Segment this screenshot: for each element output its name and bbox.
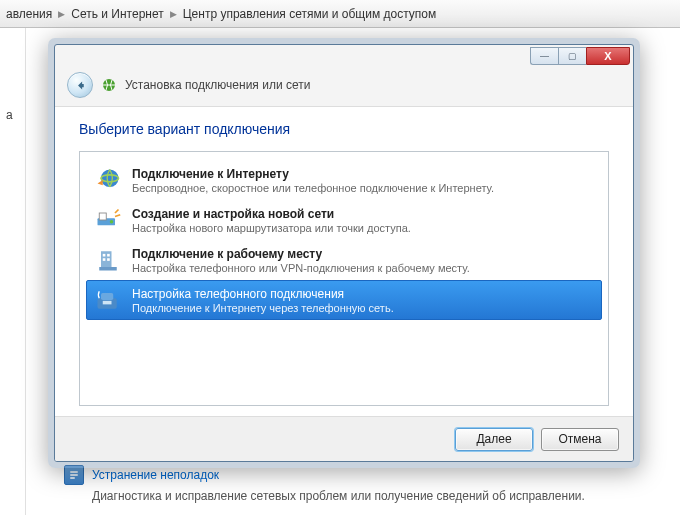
dialog-window: — ▢ X Установка подключения или сети Выб… xyxy=(48,38,640,468)
svg-rect-11 xyxy=(99,267,117,271)
phone-modem-icon xyxy=(94,286,122,314)
troubleshoot-link[interactable]: Устранение неполадок xyxy=(92,468,219,482)
svg-rect-4 xyxy=(99,213,106,220)
dialog-title: Установка подключения или сети xyxy=(125,78,310,92)
svg-point-5 xyxy=(110,220,114,224)
window-titlebar[interactable]: — ▢ X xyxy=(55,45,633,70)
svg-rect-9 xyxy=(103,258,106,261)
breadcrumb-item[interactable]: Центр управления сетями и общим доступом xyxy=(183,7,437,21)
close-button[interactable]: X xyxy=(586,47,630,65)
option-description: Беспроводное, скоростное или телефонное … xyxy=(132,182,594,194)
building-icon xyxy=(94,246,122,274)
svg-rect-14 xyxy=(103,301,112,305)
sidebar-fragment: а xyxy=(0,28,26,515)
option-title: Настройка телефонного подключения xyxy=(132,287,594,301)
option-description: Подключение к Интернету через телефонную… xyxy=(132,302,594,314)
back-button[interactable] xyxy=(67,72,93,98)
option-workplace[interactable]: Подключение к рабочему месту Настройка т… xyxy=(86,240,602,280)
breadcrumb[interactable]: авления ▶ Сеть и Интернет ▶ Центр управл… xyxy=(0,0,680,28)
chevron-right-icon: ▶ xyxy=(58,9,65,19)
next-button[interactable]: Далее xyxy=(455,428,533,451)
option-title: Создание и настройка новой сети xyxy=(132,207,594,221)
option-description: Настройка нового маршрутизатора или точк… xyxy=(132,222,594,234)
svg-rect-8 xyxy=(107,254,110,257)
diagnostics-icon xyxy=(64,465,84,485)
cancel-button[interactable]: Отмена xyxy=(541,428,619,451)
maximize-button[interactable]: ▢ xyxy=(558,47,586,65)
troubleshoot-description: Диагностика и исправление сетевых пробле… xyxy=(92,489,670,503)
option-title: Подключение к рабочему месту xyxy=(132,247,594,261)
chevron-right-icon: ▶ xyxy=(170,9,177,19)
svg-rect-10 xyxy=(107,258,110,261)
router-icon xyxy=(94,206,122,234)
globe-icon xyxy=(94,166,122,194)
minimize-button[interactable]: — xyxy=(530,47,558,65)
option-description: Настройка телефонного или VPN-подключени… xyxy=(132,262,594,274)
page-heading: Выберите вариант подключения xyxy=(79,121,609,137)
svg-rect-6 xyxy=(101,251,112,269)
sidebar-text-fragment: а xyxy=(0,28,25,202)
breadcrumb-item[interactable]: авления xyxy=(6,7,52,21)
option-new-network[interactable]: Создание и настройка новой сети Настройк… xyxy=(86,200,602,240)
dialog-footer: Далее Отмена xyxy=(55,417,633,461)
svg-point-1 xyxy=(101,170,119,188)
connection-options-list: Подключение к Интернету Беспроводное, ск… xyxy=(79,151,609,406)
option-internet[interactable]: Подключение к Интернету Беспроводное, ск… xyxy=(86,160,602,200)
option-title: Подключение к Интернету xyxy=(132,167,594,181)
network-wizard-icon xyxy=(101,77,117,93)
option-dialup[interactable]: Настройка телефонного подключения Подклю… xyxy=(86,280,602,320)
svg-rect-13 xyxy=(101,293,113,300)
breadcrumb-item[interactable]: Сеть и Интернет xyxy=(71,7,163,21)
svg-rect-7 xyxy=(103,254,106,257)
